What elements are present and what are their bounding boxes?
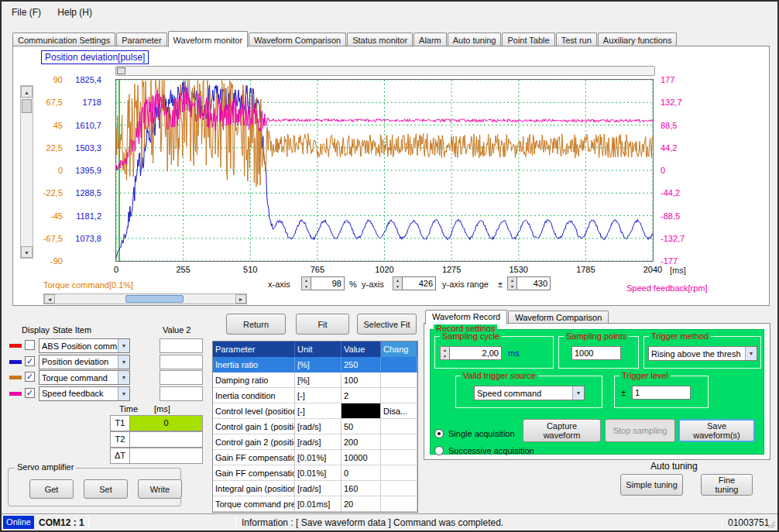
tab-communication-settings[interactable]: Communication Settings [12, 33, 115, 46]
com-port-label: COM12 : 1 [39, 517, 84, 528]
y-axis-spinner[interactable]: ▲▼ [393, 276, 436, 290]
sampling-cycle-spinner[interactable]: ▲▼ [440, 346, 502, 360]
param-column-header[interactable]: Unit [295, 342, 341, 357]
state-item-header: State Item [53, 325, 91, 335]
param-name-cell: Integral gain (position ... [213, 481, 295, 496]
simple-tuning-button[interactable]: Simple tuning [620, 474, 683, 496]
capture-waveform-button[interactable]: Capture waveform [523, 419, 601, 442]
tab-status-monitor[interactable]: Status monitor [347, 33, 413, 46]
param-column-header[interactable]: Parameter [213, 342, 295, 357]
chart-horizontal-scrollbar[interactable]: ◄ ► [43, 293, 247, 304]
successive-acquisition-radio[interactable]: Successive acquisition [434, 446, 534, 455]
chart-pan-slider[interactable] [115, 66, 655, 76]
save-waveforms-button[interactable]: Save waveform(s) [678, 419, 755, 442]
y-range-input[interactable] [516, 276, 551, 290]
parameter-row[interactable]: Control level (position ...[-]Disa... [213, 403, 417, 419]
state-item-select[interactable]: Torque command▼ [39, 370, 130, 385]
trigger-method-value: Rising above the thresh [649, 349, 745, 359]
time-value-cell[interactable]: 0 [129, 415, 203, 431]
speed-axis-tick: 44,2 [661, 143, 704, 153]
chart-panel: Position deviation[pulse] ▲ ▼ [ms] x-axi… [12, 46, 770, 306]
state-item-select[interactable]: ABS Position command▼ [39, 338, 130, 353]
x-axis-input[interactable] [311, 276, 345, 290]
parameter-row[interactable]: Inertia ratio[%]250 [213, 357, 417, 372]
spinner-arrows-icon[interactable]: ▲▼ [393, 276, 402, 290]
time-row-label: T2 [110, 431, 130, 448]
parameter-row[interactable]: Inertia condition[-]2 [213, 388, 417, 403]
y-range-spinner[interactable]: ▲▼ [507, 276, 551, 290]
torque-axis-tick: -67,5 [27, 234, 63, 243]
sampling-cycle-input[interactable] [449, 346, 502, 360]
tab-alarm[interactable]: Alarm [414, 33, 447, 46]
parameter-row[interactable]: Damping ratio[%]100 [213, 372, 417, 388]
param-chang-cell [381, 481, 417, 496]
series-color-swatch [9, 344, 22, 348]
trigger-method-select[interactable]: Rising above the thresh ▼ [648, 346, 757, 361]
hscroll-thumb[interactable] [125, 295, 184, 303]
trigger-level-input[interactable] [632, 386, 691, 400]
tab-auxiliary-functions[interactable]: Auxiliary functions [598, 33, 678, 46]
scroll-up-icon[interactable]: ▲ [21, 86, 33, 98]
spinner-arrows-icon[interactable]: ▲▼ [440, 346, 449, 360]
time-value-cell[interactable] [129, 448, 203, 464]
tab-point-table[interactable]: Point Table [502, 33, 554, 46]
spinner-arrows-icon[interactable]: ▲▼ [301, 276, 311, 290]
time-value-cell[interactable] [129, 431, 203, 448]
display-checkbox[interactable]: ✓ [25, 388, 35, 398]
tab-parameter[interactable]: Parameter [116, 33, 166, 46]
speed-axis-tick: 177 [661, 75, 704, 84]
x-axis-tick: 1530 [502, 265, 536, 274]
state-item-select[interactable]: Speed feedback▼ [39, 386, 130, 401]
write-button[interactable]: Write [138, 479, 182, 499]
state-item-select[interactable]: Position deviation▼ [39, 355, 130, 369]
waveform-plot[interactable] [115, 79, 654, 262]
tab-auto-tuning[interactable]: Auto tuning [448, 33, 502, 46]
app-window: File (F) Help (H) Communication Settings… [0, 0, 779, 532]
param-name-cell: Control level (position ... [213, 403, 295, 419]
resize-grip-icon[interactable] [767, 520, 775, 528]
tab-test-run[interactable]: Test run [556, 33, 597, 46]
fit-button[interactable]: Fit [296, 314, 349, 335]
parameter-row[interactable]: Torque command prel...[0.01ms]20 [213, 496, 417, 512]
position-axis-tick: 1395,9 [64, 166, 101, 175]
tab-waveform-comparison[interactable]: Waveform Comparison [508, 311, 609, 324]
parameter-row[interactable]: Gain FF compensatio...[0.01%]10000 [213, 450, 417, 465]
tab-waveform-monitor[interactable]: Waveform monitor [168, 31, 248, 47]
param-name-cell: Torque command prel... [213, 496, 295, 512]
param-chang-cell [381, 372, 417, 388]
parameter-row[interactable]: Gain FF compensatio...[0.01%]0 [213, 465, 417, 481]
status-separator [722, 517, 722, 528]
x-axis-spinner[interactable]: ▲▼ [301, 276, 345, 290]
param-unit-cell: [0.01%] [295, 465, 341, 481]
display-checkbox[interactable] [25, 340, 35, 350]
y-axis-input[interactable] [402, 276, 436, 290]
set-button[interactable]: Set [84, 479, 128, 499]
tab-waveform-record[interactable]: Waveform Record [425, 310, 507, 324]
sampling-points-input[interactable] [571, 346, 621, 360]
param-column-header[interactable]: Chang [381, 342, 417, 357]
scroll-left-icon[interactable]: ◄ [44, 294, 55, 304]
display-checkbox[interactable]: ✓ [25, 372, 35, 382]
spinner-arrows-icon[interactable]: ▲▼ [507, 276, 516, 290]
menu-help[interactable]: Help (H) [50, 5, 99, 19]
scroll-right-icon[interactable]: ► [235, 294, 246, 304]
position-axis-tick: 1288,5 [64, 188, 101, 197]
selective-fit-button[interactable]: Selective Fit [357, 314, 417, 335]
time-unit-label: [ms] [154, 404, 170, 414]
parameter-row[interactable]: Control gain 1 (positio...[rad/s]50 [213, 419, 417, 434]
slider-thumb[interactable] [117, 67, 125, 74]
return-button[interactable]: Return [226, 314, 286, 335]
get-button[interactable]: Get [29, 479, 74, 499]
position-axis-tick: 1073,8 [64, 234, 101, 243]
x-axis-label: x-axis [268, 280, 290, 289]
parameter-row[interactable]: Control gain 2 (positio...[rad/s]200 [213, 434, 417, 450]
tab-waveform-comparison[interactable]: Waveform Comparison [249, 33, 346, 46]
menu-file[interactable]: File (F) [5, 5, 48, 19]
param-column-header[interactable]: Value [341, 342, 381, 357]
single-acquisition-radio[interactable]: Single acquisition [434, 429, 515, 438]
parameter-row[interactable]: Integral gain (position ...[rad/s]160 [213, 481, 417, 496]
fine-tuning-button[interactable]: Fine tuning [701, 474, 753, 496]
valid-trigger-source-label: Valid trigger source [461, 371, 538, 380]
valid-trigger-source-select[interactable]: Speed command ▼ [474, 386, 585, 400]
display-checkbox[interactable]: ✓ [25, 356, 35, 366]
